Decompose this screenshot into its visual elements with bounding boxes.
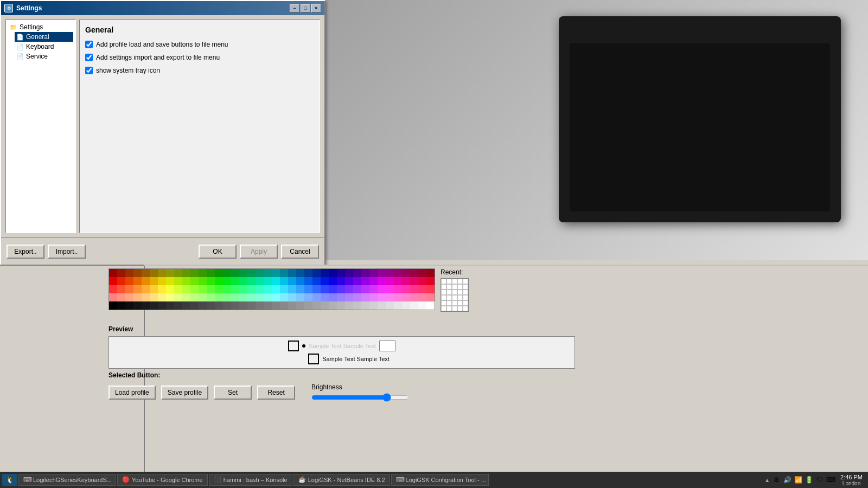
color-cell[interactable] [329, 293, 337, 301]
color-cell[interactable] [182, 285, 190, 293]
color-cell[interactable] [117, 301, 125, 310]
color-cell[interactable] [337, 301, 345, 310]
color-cell[interactable] [109, 285, 117, 293]
color-cell[interactable] [150, 293, 158, 301]
taskbar-app-0[interactable]: ⌨ LogitechGSeriesKeyboardS... [18, 474, 116, 486]
color-cell[interactable] [207, 277, 215, 285]
color-cell[interactable] [394, 285, 402, 293]
taskbar-app-1[interactable]: 🔴 YouTube - Google Chrome [117, 474, 208, 486]
color-cell[interactable] [166, 269, 174, 277]
recent-color-cell[interactable] [446, 300, 452, 306]
recent-color-cell[interactable] [463, 306, 468, 311]
color-cell[interactable] [256, 285, 264, 293]
reset-button[interactable]: Reset [257, 386, 295, 400]
color-cell[interactable] [402, 301, 410, 310]
color-cell[interactable] [288, 301, 296, 310]
color-cell[interactable] [369, 269, 378, 277]
checkbox-show-tray[interactable] [85, 67, 93, 74]
color-cell[interactable] [190, 293, 199, 301]
color-cell[interactable] [288, 269, 296, 277]
recent-color-cell[interactable] [452, 284, 457, 290]
color-cell[interactable] [239, 301, 247, 310]
color-cell[interactable] [304, 269, 312, 277]
ok-button[interactable]: OK [199, 245, 237, 259]
color-cell[interactable] [329, 277, 337, 285]
recent-color-cell[interactable] [463, 295, 468, 300]
import-button[interactable]: Import.. [48, 245, 86, 259]
color-cell[interactable] [304, 285, 312, 293]
color-cell[interactable] [402, 269, 410, 277]
close-button[interactable]: × [311, 4, 321, 12]
color-cell[interactable] [207, 285, 215, 293]
color-cell[interactable] [207, 301, 215, 310]
color-cell[interactable] [378, 301, 386, 310]
color-cell[interactable] [117, 293, 125, 301]
color-cell[interactable] [109, 269, 117, 277]
color-cell[interactable] [329, 269, 337, 277]
color-cell[interactable] [231, 269, 239, 277]
recent-color-cell[interactable] [441, 295, 446, 300]
color-cell[interactable] [418, 277, 426, 285]
color-cell[interactable] [223, 269, 231, 277]
color-cell[interactable] [321, 285, 329, 293]
color-cell[interactable] [174, 293, 182, 301]
color-cell[interactable] [190, 285, 199, 293]
color-cell[interactable] [410, 285, 418, 293]
color-cell[interactable] [264, 285, 272, 293]
color-cell[interactable] [321, 277, 329, 285]
color-cell[interactable] [109, 301, 117, 310]
color-cell[interactable] [215, 269, 223, 277]
export-button[interactable]: Export.. [7, 245, 44, 259]
color-cell[interactable] [353, 293, 361, 301]
color-cell[interactable] [345, 269, 353, 277]
color-cell[interactable] [223, 301, 231, 310]
color-cell[interactable] [337, 293, 345, 301]
recent-color-cell[interactable] [446, 279, 452, 284]
recent-color-cell[interactable] [463, 300, 468, 306]
color-cell[interactable] [312, 293, 321, 301]
color-cell[interactable] [239, 277, 247, 285]
recent-color-cell[interactable] [441, 306, 446, 311]
color-cell[interactable] [394, 277, 402, 285]
color-cell[interactable] [133, 293, 142, 301]
color-cell[interactable] [337, 277, 345, 285]
brightness-slider[interactable] [311, 393, 409, 402]
color-cell[interactable] [386, 293, 394, 301]
color-cell[interactable] [321, 301, 329, 310]
save-profile-button[interactable]: Save profile [161, 386, 208, 400]
color-cell[interactable] [304, 301, 312, 310]
recent-color-cell[interactable] [446, 284, 452, 290]
checkbox-add-profile[interactable] [85, 41, 93, 48]
set-button[interactable]: Set [214, 386, 252, 400]
color-cell[interactable] [223, 285, 231, 293]
color-cell[interactable] [256, 277, 264, 285]
color-cell[interactable] [378, 269, 386, 277]
recent-color-cell[interactable] [457, 306, 463, 311]
color-cell[interactable] [264, 293, 272, 301]
color-cell[interactable] [142, 269, 150, 277]
color-cell[interactable] [369, 277, 378, 285]
color-cell[interactable] [312, 285, 321, 293]
color-cell[interactable] [369, 301, 378, 310]
recent-color-cell[interactable] [452, 279, 457, 284]
color-cell[interactable] [353, 269, 361, 277]
recent-color-cell[interactable] [463, 290, 468, 295]
color-cell[interactable] [158, 293, 166, 301]
color-cell[interactable] [426, 301, 435, 310]
recent-color-cell[interactable] [452, 290, 457, 295]
start-button[interactable]: 🐧 [2, 474, 17, 486]
color-cell[interactable] [353, 285, 361, 293]
color-cell[interactable] [369, 285, 378, 293]
color-cell[interactable] [117, 285, 125, 293]
recent-color-cell[interactable] [441, 279, 446, 284]
color-cell[interactable] [402, 277, 410, 285]
color-cell[interactable] [426, 285, 435, 293]
color-cell[interactable] [288, 285, 296, 293]
color-cell[interactable] [239, 293, 247, 301]
color-cell[interactable] [142, 285, 150, 293]
tree-item-settings[interactable]: Settings [8, 22, 73, 32]
color-cell[interactable] [109, 277, 117, 285]
color-cell[interactable] [247, 269, 256, 277]
color-cell[interactable] [182, 269, 190, 277]
color-cell[interactable] [158, 277, 166, 285]
